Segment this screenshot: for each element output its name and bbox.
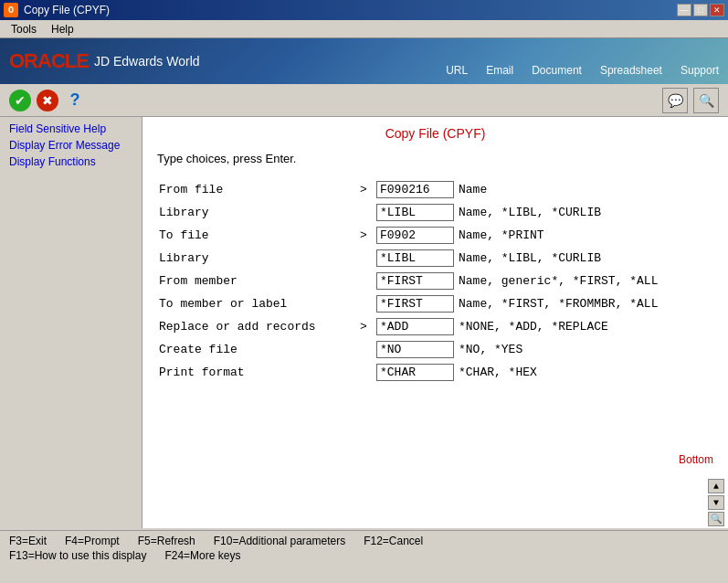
field-input-7[interactable] (376, 341, 454, 358)
field-input-cell[interactable] (375, 201, 457, 224)
field-hint: Name (457, 178, 713, 201)
fkey-f24[interactable]: F24=More keys (164, 549, 240, 562)
scroll-up-button[interactable]: ▲ (708, 479, 724, 493)
close-button[interactable]: ✕ (710, 4, 724, 16)
form-row: To file>Name, *PRINT (157, 224, 713, 247)
fkey-f4[interactable]: F4=Prompt (65, 535, 120, 547)
nav-url[interactable]: URL (446, 64, 468, 77)
fkey-row-1: F3=Exit F4=Prompt F5=Refresh F10=Additio… (9, 535, 719, 547)
field-input-5[interactable] (376, 295, 454, 313)
form-row: Replace or add records>*NONE, *ADD, *REP… (157, 315, 713, 338)
field-input-2[interactable] (376, 227, 454, 244)
oracle-text: ORACLE (9, 49, 89, 73)
oracle-logo: ORACLE JD Edwards World (9, 49, 200, 73)
field-hint: Name, *PRINT (457, 224, 713, 247)
field-input-3[interactable] (376, 249, 454, 267)
oracle-header: ORACLE JD Edwards World URL Email Docume… (0, 38, 728, 84)
field-hint: Name, *LIBL, *CURLIB (457, 201, 713, 224)
field-arrow (358, 201, 375, 224)
chat-button[interactable]: 💬 (662, 88, 688, 113)
field-hint: *CHAR, *HEX (457, 361, 713, 384)
scroll-down-button[interactable]: ▼ (708, 495, 724, 510)
zoom-button[interactable]: 🔍 (708, 512, 724, 526)
sidebar-display-functions[interactable]: Display Functions (9, 155, 132, 168)
form-table: From file>Name LibraryName, *LIBL, *CURL… (157, 178, 713, 384)
confirm-button[interactable]: ✔ (9, 90, 31, 111)
field-input-cell[interactable] (375, 338, 457, 361)
fkey-f12[interactable]: F12=Cancel (364, 535, 423, 547)
field-input-cell[interactable] (375, 315, 457, 338)
menu-bar: Tools Help (0, 20, 728, 38)
field-arrow: > (358, 224, 375, 247)
jde-text: JD Edwards World (94, 54, 200, 69)
field-arrow (358, 292, 375, 315)
toolbar: ✔ ✖ ? 💬 🔍 (0, 84, 728, 117)
sidebar-field-sensitive-help[interactable]: Field Sensitive Help (9, 122, 132, 135)
nav-links: URL Email Document Spreadsheet Support (446, 64, 719, 77)
app-icon: O (4, 3, 18, 17)
nav-email[interactable]: Email (486, 64, 513, 77)
form-row: LibraryName, *LIBL, *CURLIB (157, 201, 713, 224)
window-title: Copy File (CPYF) (24, 4, 677, 16)
field-hint: Name, *FIRST, *FROMMBR, *ALL (457, 292, 713, 315)
field-input-cell[interactable] (375, 247, 457, 270)
main-content: Copy File (CPYF) Type choices, press Ent… (142, 117, 728, 528)
field-hint: Name, generic*, *FIRST, *ALL (457, 270, 713, 292)
field-arrow (358, 247, 375, 270)
field-arrow: > (358, 315, 375, 338)
form-row: Print format*CHAR, *HEX (157, 361, 713, 384)
fkey-bar: F3=Exit F4=Prompt F5=Refresh F10=Additio… (0, 530, 728, 583)
field-label: To member or label (157, 292, 358, 315)
field-input-cell[interactable] (375, 224, 457, 247)
field-input-cell[interactable] (375, 270, 457, 292)
field-input-1[interactable] (376, 204, 454, 221)
field-arrow (358, 361, 375, 384)
field-input-8[interactable] (376, 364, 454, 381)
window-controls[interactable]: — □ ✕ (677, 4, 724, 16)
toolbar-right: 💬 🔍 (662, 88, 719, 113)
field-input-cell[interactable] (375, 361, 457, 384)
fkey-f3[interactable]: F3=Exit (9, 535, 47, 547)
field-hint: *NONE, *ADD, *REPLACE (457, 315, 713, 338)
field-arrow: > (358, 178, 375, 201)
field-arrow (358, 338, 375, 361)
field-hint: *NO, *YES (457, 338, 713, 361)
scroll-buttons[interactable]: ▲ ▼ 🔍 (708, 479, 724, 526)
fkey-f13[interactable]: F13=How to use this display (9, 549, 146, 562)
search-button[interactable]: 🔍 (693, 88, 719, 113)
fkey-f10[interactable]: F10=Additional parameters (214, 535, 345, 547)
sidebar-display-error-message[interactable]: Display Error Message (9, 139, 132, 152)
nav-spreadsheet[interactable]: Spreadsheet (600, 64, 662, 77)
field-label: From file (157, 178, 358, 201)
form-row: From memberName, generic*, *FIRST, *ALL (157, 270, 713, 292)
field-hint: Name, *LIBL, *CURLIB (457, 247, 713, 270)
sidebar: Field Sensitive Help Display Error Messa… (0, 117, 142, 177)
page-title: Copy File (CPYF) (157, 126, 713, 141)
field-label: Print format (157, 361, 358, 384)
field-input-6[interactable] (376, 318, 454, 335)
field-label: Library (157, 247, 358, 270)
form-row: To member or labelName, *FIRST, *FROMMBR… (157, 292, 713, 315)
title-bar: O Copy File (CPYF) — □ ✕ (0, 0, 728, 20)
maximize-button[interactable]: □ (693, 4, 708, 16)
field-input-cell[interactable] (375, 292, 457, 315)
field-input-cell[interactable] (375, 178, 457, 201)
instruction-text: Type choices, press Enter. (157, 152, 713, 165)
menu-help[interactable]: Help (44, 23, 81, 36)
nav-support[interactable]: Support (681, 64, 719, 77)
field-label: Library (157, 201, 358, 224)
minimize-button[interactable]: — (677, 4, 691, 16)
fkey-f5[interactable]: F5=Refresh (138, 535, 195, 547)
field-arrow (358, 270, 375, 292)
field-label: To file (157, 224, 358, 247)
form-row: From file>Name (157, 178, 713, 201)
fkey-row-2: F13=How to use this display F24=More key… (9, 549, 719, 562)
nav-document[interactable]: Document (532, 64, 582, 77)
menu-tools[interactable]: Tools (4, 23, 44, 36)
cancel-x-button[interactable]: ✖ (37, 90, 58, 111)
form-row: LibraryName, *LIBL, *CURLIB (157, 247, 713, 270)
form-row: Create file*NO, *YES (157, 338, 713, 361)
field-input-4[interactable] (376, 272, 454, 290)
help-button[interactable]: ? (64, 90, 86, 111)
field-input-0[interactable] (376, 181, 454, 198)
